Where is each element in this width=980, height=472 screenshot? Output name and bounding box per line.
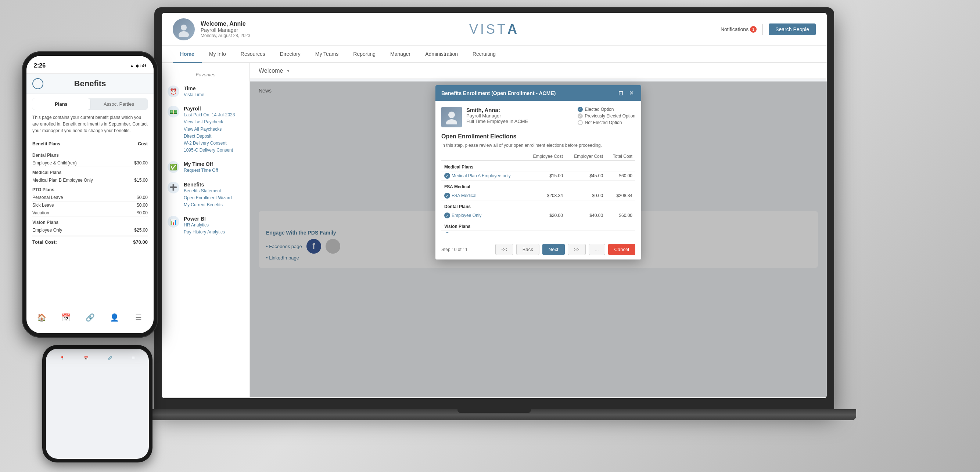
- tab-plans[interactable]: Plans: [32, 98, 90, 110]
- phone-section-dental: Dental Plans: [32, 150, 148, 159]
- last-button[interactable]: >>: [568, 244, 586, 255]
- total-cost-cell: $60.00: [606, 171, 635, 181]
- section-label: FSA Medical: [441, 181, 635, 191]
- sidebar-text-time: Time Vista Time: [184, 86, 204, 98]
- section-label: Dental Plans: [441, 200, 635, 211]
- dental-plan-link[interactable]: ✓ Employee Only: [444, 212, 522, 219]
- sidebar-text-benefits: Benefits Benefits Statement Open Enrollm…: [184, 182, 232, 209]
- current-benefits-link[interactable]: My Current Benefits: [184, 201, 232, 209]
- request-timeoff-link[interactable]: Request Time Off: [184, 167, 218, 174]
- benefits-enrollment-modal: Benefits Enrollment (Open Enrollment - A…: [436, 85, 641, 260]
- section-label: Medical Plans: [441, 161, 635, 171]
- legend-not-elected: Not Elected Option: [578, 120, 635, 125]
- plan-cell: ✓ Employee Only: [441, 231, 525, 233]
- welcome-text: Welcome, Annie: [200, 21, 250, 27]
- nav-manager[interactable]: Manager: [383, 46, 418, 63]
- back-button[interactable]: ←: [32, 78, 43, 89]
- total-cost-cell: $75.00: [606, 231, 635, 233]
- phone2-icon4: ☰: [132, 356, 135, 360]
- legend-elected: ✓ Elected Option: [578, 107, 635, 112]
- nav-home[interactable]: Home: [173, 46, 202, 63]
- enrollment-table: Employee Cost Employer Cost Total Cost: [441, 152, 635, 233]
- phone-plan-row: Vacation $0.00: [32, 209, 148, 217]
- plan-name: Medical Plan B Employee Only: [32, 177, 93, 183]
- svg-point-1: [178, 31, 189, 37]
- section-label: Vision Plans: [441, 220, 635, 231]
- signal-icon: ▲: [130, 63, 134, 68]
- phone-nav-calendar[interactable]: 📅: [60, 312, 71, 323]
- w2-link[interactable]: W-2 Delivery Consent: [184, 140, 235, 147]
- vision-plan-link[interactable]: ✓ Employee Only: [444, 232, 522, 233]
- medical-plan-link[interactable]: ✓ Medical Plan A Employee only: [444, 173, 522, 179]
- avatar-image: [173, 18, 195, 40]
- phone-tabs: Plans Assoc. Parties: [32, 98, 148, 110]
- enrollment-table-scroll[interactable]: Employee Cost Employer Cost Total Cost: [441, 152, 635, 233]
- sidebar-item-timeoff[interactable]: ✅ My Time Off Request Time Off: [162, 157, 250, 177]
- first-button[interactable]: <<: [495, 244, 513, 255]
- time-title: Time: [184, 86, 204, 91]
- modal-close-button[interactable]: ✕: [628, 90, 635, 97]
- topbar-left: Welcome, Annie Payroll Manager Monday, A…: [173, 18, 250, 40]
- svg-point-0: [181, 25, 187, 30]
- back-button[interactable]: Back: [516, 244, 539, 255]
- section-dental: Dental Plans: [441, 200, 635, 211]
- employee-cost-cell: $208.34: [525, 191, 566, 200]
- tab-assoc-parties[interactable]: Assoc. Parties: [90, 98, 148, 110]
- modal-user-role: Payroll Manager: [466, 113, 528, 119]
- nav-resources[interactable]: Resources: [233, 46, 273, 63]
- calendar-icon: 📅: [60, 312, 71, 323]
- vista-time-link[interactable]: Vista Time: [184, 91, 204, 98]
- benefits-statement-link[interactable]: Benefits Statement: [184, 188, 232, 195]
- nav-reporting[interactable]: Reporting: [346, 46, 383, 63]
- sidebar: Favorites ⏰ Time Vista Time 💵: [162, 63, 250, 397]
- pay-history-link[interactable]: Pay History Analytics: [184, 229, 225, 236]
- plan-cost: $15.00: [134, 177, 148, 183]
- save-button[interactable]: ...: [589, 244, 605, 255]
- laptop-screen: Welcome, Annie Payroll Manager Monday, A…: [162, 13, 827, 398]
- plan-cell: ✓ FSA Medical: [441, 191, 525, 200]
- direct-deposit-link[interactable]: Direct Deposit: [184, 133, 235, 140]
- phone-nav-profile[interactable]: 👤: [109, 312, 119, 323]
- nav-myteams[interactable]: My Teams: [308, 46, 346, 63]
- open-enrollment-link[interactable]: Open Enrollment Wizard: [184, 195, 232, 201]
- nav-recruiting[interactable]: Recruiting: [465, 46, 503, 63]
- sidebar-item-benefits[interactable]: ➕ Benefits Benefits Statement Open Enrol…: [162, 178, 250, 212]
- phone-section-vision: Vision Plans: [32, 217, 148, 226]
- sidebar-item-powerbi[interactable]: 📊 Power BI HR Analytics Pay History Anal…: [162, 212, 250, 239]
- powerbi-title: Power BI: [184, 216, 225, 222]
- favorites-label: Favorites: [162, 69, 250, 82]
- view-last-paycheck-link[interactable]: View Last Paycheck: [184, 119, 235, 125]
- sidebar-text-payroll: Payroll Last Paid On: 14-Jul-2023 View L…: [184, 106, 235, 154]
- hr-analytics-link[interactable]: HR Analytics: [184, 222, 225, 229]
- sidebar-item-time[interactable]: ⏰ Time Vista Time: [162, 82, 250, 102]
- col-cost-header: Cost: [138, 141, 148, 146]
- view-all-paychecks-link[interactable]: View All Paychecks: [184, 126, 235, 133]
- plan-cost: $30.00: [134, 160, 148, 166]
- phone-nav-org[interactable]: 🔗: [85, 312, 95, 323]
- col-employer-cost: Employer Cost: [566, 152, 606, 161]
- modal-legend: ✓ Elected Option ✓ Previously Elected Op…: [578, 107, 635, 127]
- total-label: Total Cost:: [32, 239, 57, 245]
- modal-title: Benefits Enrollment (Open Enrollment - A…: [441, 90, 555, 96]
- modal-restore-button[interactable]: ⊡: [617, 90, 625, 97]
- plan-cost: $0.00: [137, 203, 148, 208]
- welcome-dropdown-icon[interactable]: ▼: [286, 68, 290, 73]
- section-medical-plans: Medical Plans: [441, 161, 635, 171]
- next-button[interactable]: Next: [542, 244, 565, 255]
- nav-myinfo[interactable]: My Info: [202, 46, 233, 63]
- modal-user-row: Smith, Anna: Payroll Manager Full Time E…: [441, 107, 635, 127]
- search-people-button[interactable]: Search People: [769, 24, 816, 35]
- 1095c-link[interactable]: 1095-C Delivery Consent: [184, 147, 235, 154]
- nav-administration[interactable]: Administration: [418, 46, 465, 63]
- notifications-button[interactable]: Notifications 1: [721, 26, 757, 33]
- cancel-button[interactable]: Cancel: [608, 244, 635, 255]
- fsa-plan-link[interactable]: ✓ FSA Medical: [444, 193, 522, 198]
- nav-directory[interactable]: Directory: [273, 46, 308, 63]
- sidebar-item-payroll[interactable]: 💵 Payroll Last Paid On: 14-Jul-2023 View…: [162, 102, 250, 157]
- phone-nav-home[interactable]: 🏠: [37, 312, 47, 323]
- phone-nav-menu[interactable]: ☰: [134, 312, 144, 323]
- col-plan-header: Benefit Plans: [32, 141, 60, 146]
- benefits-title: Benefits: [184, 182, 232, 188]
- not-elected-label: Not Elected Option: [585, 120, 622, 125]
- phone2-icon2: 📅: [84, 356, 88, 360]
